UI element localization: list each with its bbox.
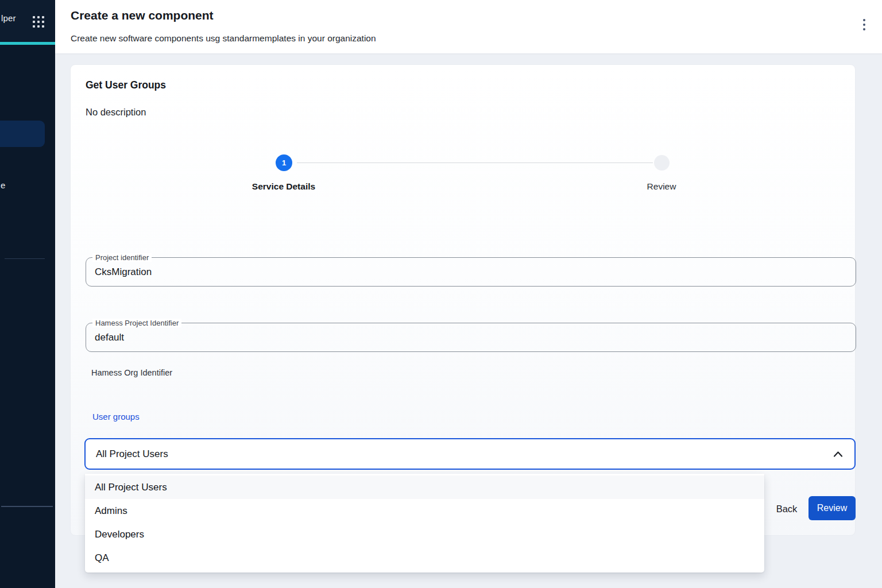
review-button[interactable]: Review: [808, 496, 856, 520]
stepper-step-2-label: Review: [598, 181, 725, 192]
apps-grid-icon[interactable]: [33, 16, 45, 28]
user-groups-select-value: All Project Users: [96, 448, 168, 460]
harness-project-identifier-field[interactable]: Hamess Project Identifier default: [86, 323, 856, 352]
user-groups-label[interactable]: User groups: [92, 412, 140, 421]
card-title: Get User Groups: [86, 79, 166, 91]
sidebar-item-label[interactable]: e: [1, 180, 5, 190]
dropdown-option-developers[interactable]: Developers: [85, 523, 764, 546]
harness-project-identifier-label: Hamess Project Identifier: [92, 319, 181, 327]
sidebar-divider: [5, 258, 45, 259]
page-header: Create a new component Create new softwa…: [55, 0, 882, 53]
chevron-up-icon: [833, 451, 843, 457]
template-card: Get User Groups No description 1 Service…: [70, 64, 856, 536]
dropdown-option-admins[interactable]: Admins: [85, 499, 764, 523]
sidebar-divider: [1, 506, 53, 507]
org-identifier-label: Hamess Org Identifier: [91, 368, 172, 377]
stepper-step-1-circle: 1: [276, 154, 292, 171]
stepper-step-2-circle: [654, 155, 670, 171]
project-identifier-value: CksMigration: [95, 266, 152, 278]
back-button[interactable]: Back: [768, 498, 806, 519]
stepper-connector: [297, 163, 653, 164]
user-groups-select[interactable]: All Project Users: [84, 438, 856, 470]
dropdown-option-all-project-users[interactable]: All Project Users: [85, 475, 764, 499]
dropdown-option-qa[interactable]: QA: [85, 546, 764, 570]
sidebar-header: lper: [0, 0, 55, 42]
user-groups-dropdown-menu: All Project Users Admins Developers QA: [85, 474, 764, 572]
page-subtitle: Create new software components usg stand…: [71, 33, 376, 44]
stepper-step-1-label: Service Details: [220, 181, 347, 192]
more-options-icon[interactable]: [859, 18, 869, 32]
page-title: Create a new component: [71, 9, 214, 22]
sidebar-item-selected[interactable]: [0, 121, 45, 147]
teal-accent-bar: [0, 42, 55, 45]
harness-project-identifier-value: default: [95, 332, 124, 343]
sidebar: lper e: [0, 0, 55, 588]
card-description: No description: [86, 107, 146, 118]
project-identifier-label: Project identifier: [92, 253, 152, 262]
brand-text: lper: [1, 13, 16, 23]
project-identifier-field[interactable]: Project identifier CksMigration: [86, 257, 856, 287]
